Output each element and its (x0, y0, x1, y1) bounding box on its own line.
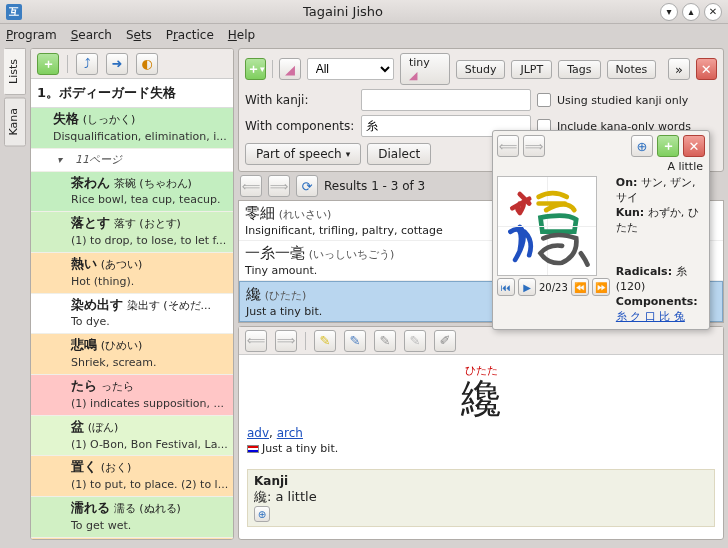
lists-toolbar: ＋ ⤴ ➜ ◐ (31, 49, 233, 79)
eraser-button[interactable]: ◢ (279, 58, 300, 80)
brush-icon[interactable]: ✐ (434, 330, 456, 352)
menu-practice[interactable]: Practice (166, 28, 214, 42)
window-title: Tagaini Jisho (30, 4, 656, 19)
stroke-counter: 20/23 (539, 282, 568, 293)
list-item[interactable]: たら ったら(1) indicates supposition, ... (31, 375, 233, 416)
close-button[interactable]: ✕ (704, 3, 722, 21)
stroke-order-box (497, 176, 597, 276)
dialect-filter[interactable]: Dialect (367, 143, 431, 165)
kanji-section: Kanji 纔: a little ⊕ (247, 469, 715, 527)
more-button[interactable]: » (668, 58, 689, 80)
menu-help[interactable]: Help (228, 28, 255, 42)
add-entry-button[interactable]: ＋▾ (245, 58, 266, 80)
list-heading: 1。ボディーガード失格 (31, 79, 233, 108)
list-item[interactable]: 悲鳴 (ひめい)Shriek, scream. (31, 334, 233, 375)
side-tabs: Lists Kana (4, 48, 26, 540)
expand-icon[interactable]: ▾ (57, 153, 62, 167)
kanji-meaning: : a little (267, 489, 317, 504)
up-button[interactable]: ⤴ (76, 53, 98, 75)
notes-chip[interactable]: Notes (607, 60, 657, 79)
tiny-chip[interactable]: tiny ◢ (400, 53, 450, 85)
lists-panel: ＋ ⤴ ➜ ◐ 1。ボディーガード失格 失格 (しっかく)Disqualific… (30, 48, 234, 540)
jlpt-chip[interactable]: JLPT (511, 60, 552, 79)
detail-back-button[interactable]: ⟸ (245, 330, 267, 352)
popup-fwd-button[interactable]: ⟹ (523, 135, 545, 157)
highlight-blue-icon[interactable]: ✎ (344, 330, 366, 352)
menu-sets[interactable]: Sets (126, 28, 152, 42)
kanji-character: 纔 (254, 489, 267, 504)
list-item[interactable]: 染め出す 染出す (そめだ...To dye. (31, 294, 233, 335)
kanji-popup: ⟸ ⟹ ⊕ ＋ ✕ A little ⏮ ▶ 20/23 ⏪ (492, 130, 710, 330)
type-select[interactable]: All (307, 58, 394, 80)
stroke-next-button[interactable]: ⏩ (592, 278, 610, 296)
tags-chip[interactable]: Tags (558, 60, 600, 79)
with-kanji-label: With kanji: (245, 93, 355, 107)
stroke-first-button[interactable]: ⏮ (497, 278, 515, 296)
with-components-label: With components: (245, 119, 355, 133)
with-kanji-input[interactable] (361, 89, 531, 111)
list-item[interactable]: ▾11ページ (31, 149, 233, 172)
list-item[interactable]: 濡れる 濡る (ぬれる)To get wet. (31, 497, 233, 538)
tab-lists[interactable]: Lists (4, 48, 26, 95)
reload-results-button[interactable]: ⟳ (296, 175, 318, 197)
list-item[interactable]: 布巾 (ふきん)Tea-towel, dish cloth. (31, 538, 233, 539)
list-item[interactable]: 盆 (ぼん)(1) O-Bon, Bon Festival, La... (31, 416, 233, 457)
details-toolbar: ⟸ ⟹ ✎ ✎ ✎ ✎ ✐ (239, 327, 723, 355)
clear-search-button[interactable]: ✕ (696, 58, 717, 80)
app-icon: 互 (6, 4, 22, 20)
menu-search[interactable]: Search (71, 28, 112, 42)
results-next-button[interactable]: ⟹ (268, 175, 290, 197)
stroke-order-svg (501, 180, 595, 274)
list-item[interactable]: 熱い (あつい)Hot (thing). (31, 253, 233, 294)
list-item[interactable]: 置く (おく)(1) to put, to place. (2) to l... (31, 456, 233, 497)
popup-back-button[interactable]: ⟸ (497, 135, 519, 157)
titlebar: 互 Tagaini Jisho ▾ ▴ ✕ (0, 0, 728, 24)
study-chip[interactable]: Study (456, 60, 506, 79)
highlight-yellow-icon[interactable]: ✎ (314, 330, 336, 352)
refresh-button[interactable]: ◐ (136, 53, 158, 75)
studied-kanji-checkbox[interactable] (537, 93, 551, 107)
minimize-button[interactable]: ▾ (660, 3, 678, 21)
popup-meaning: A little (497, 160, 703, 173)
forward-button[interactable]: ➜ (106, 53, 128, 75)
kanji-info: On: サン, ザン, サイ Kun: わずか, ひたた Radicals: 糸… (616, 176, 705, 325)
flag-icon (247, 445, 259, 453)
details-body: ひたた 纔 adv, arch Just a tiny bit. Kanji 纔… (239, 355, 723, 535)
pos-filter[interactable]: Part of speech ▾ (245, 143, 361, 165)
highlight-gray-icon[interactable]: ✎ (374, 330, 396, 352)
headword-kanji: 纔 (247, 378, 715, 418)
maximize-button[interactable]: ▴ (682, 3, 700, 21)
popup-zoom-button[interactable]: ⊕ (631, 135, 653, 157)
stroke-play-button[interactable]: ▶ (518, 278, 536, 296)
list-item[interactable]: 失格 (しっかく)Disqualification, elimination, … (31, 108, 233, 149)
tag-arch-link[interactable]: arch (277, 426, 303, 440)
list-item[interactable]: 落とす 落す (おとす)(1) to drop, to lose, to let… (31, 212, 233, 253)
menubar: Program Search Sets Practice Help (0, 24, 728, 46)
kanji-section-header: Kanji (254, 474, 708, 488)
popup-close-button[interactable]: ✕ (683, 135, 705, 157)
zoom-icon[interactable]: ⊕ (254, 506, 270, 522)
popup-add-button[interactable]: ＋ (657, 135, 679, 157)
add-folder-button[interactable]: ＋ (37, 53, 59, 75)
tag-adv-link[interactable]: adv (247, 426, 269, 440)
studied-kanji-label: Using studied kanji only (557, 94, 717, 107)
highlight-gray2-icon[interactable]: ✎ (404, 330, 426, 352)
stroke-prev-button[interactable]: ⏪ (571, 278, 589, 296)
tab-kana[interactable]: Kana (4, 97, 26, 146)
menu-program[interactable]: Program (6, 28, 57, 42)
list-item[interactable]: 茶わん 茶碗 (ちゃわん)Rice bowl, tea cup, teacup. (31, 172, 233, 213)
gloss-text: Just a tiny bit. (262, 442, 338, 455)
details-pane: ⟸ ⟹ ✎ ✎ ✎ ✎ ✐ ひたた 纔 adv, arch Just a tin… (238, 326, 724, 540)
results-count-label: Results 1 - 3 of 3 (324, 179, 425, 193)
results-prev-button[interactable]: ⟸ (240, 175, 262, 197)
vocabulary-tree[interactable]: 失格 (しっかく)Disqualification, elimination, … (31, 108, 233, 539)
detail-fwd-button[interactable]: ⟹ (275, 330, 297, 352)
components-link[interactable]: 糸 ク 口 比 兔 (616, 310, 685, 323)
